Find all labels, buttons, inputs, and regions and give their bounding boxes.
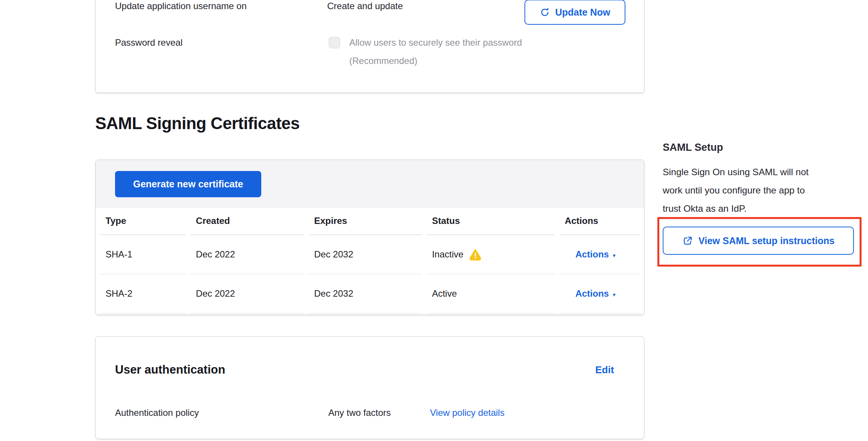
cell-actions: Actions ▾ xyxy=(559,235,640,274)
column-header-actions: Actions xyxy=(559,207,640,235)
view-policy-details-link[interactable]: View policy details xyxy=(430,407,505,419)
description-line: Single Sign On using SAML will not xyxy=(663,163,857,181)
column-header-status: Status xyxy=(427,207,555,235)
chevron-down-icon: ▾ xyxy=(613,292,616,297)
cell-expires: Dec 2032 xyxy=(309,274,422,313)
saml-setup-heading: SAML Setup xyxy=(663,142,723,153)
column-header-created: Created xyxy=(190,207,304,235)
view-saml-setup-label: View SAML setup instructions xyxy=(699,235,834,246)
table-row-sha2: SHA-2 Dec 2022 Dec 2032 Active Actions ▾ xyxy=(100,274,640,313)
authentication-policy-label: Authentication policy xyxy=(115,407,199,419)
refresh-icon xyxy=(540,7,550,18)
warning-icon xyxy=(469,249,482,260)
cell-created: Dec 2022 xyxy=(190,274,304,313)
external-link-icon xyxy=(682,235,693,246)
actions-dropdown-sha1[interactable]: Actions ▾ xyxy=(575,249,616,260)
cell-type: SHA-1 xyxy=(100,235,186,274)
authentication-policy-value: Any two factors xyxy=(328,407,391,419)
password-reveal-help-line2: (Recommended) xyxy=(349,55,417,67)
certificates-table: Type Created Expires Status Actions SHA-… xyxy=(96,207,645,313)
column-header-type: Type xyxy=(100,207,186,235)
saml-signing-certificates-heading: SAML Signing Certificates xyxy=(95,113,300,133)
cell-actions: Actions ▾ xyxy=(559,274,640,313)
generate-new-certificate-button[interactable]: Generate new certificate xyxy=(115,171,261,197)
certificates-table-header-row: Type Created Expires Status Actions xyxy=(100,207,640,235)
cell-status: Active xyxy=(427,274,555,313)
user-authentication-heading: User authentication xyxy=(115,362,225,378)
table-row-sha1: SHA-1 Dec 2022 Dec 2032 Inactive xyxy=(100,235,640,274)
password-reveal-help-line1: Allow users to securely see their passwo… xyxy=(349,37,522,48)
update-now-label: Update Now xyxy=(555,7,610,18)
description-line: work until you configure the app to xyxy=(663,181,857,200)
password-reveal-label: Password reveal xyxy=(115,37,182,48)
status-text: Active xyxy=(432,288,457,299)
password-reveal-checkbox[interactable] xyxy=(329,37,340,48)
edit-link[interactable]: Edit xyxy=(595,364,614,375)
cell-created: Dec 2022 xyxy=(190,235,304,274)
chevron-down-icon: ▾ xyxy=(613,252,616,258)
status-text: Inactive xyxy=(432,249,464,260)
column-header-expires: Expires xyxy=(309,207,422,235)
user-authentication-card: User authentication Edit Authentication … xyxy=(95,336,644,439)
certificates-card: Generate new certificate Type Created Ex… xyxy=(95,160,644,315)
update-username-value: Create and update xyxy=(327,0,403,12)
actions-dropdown-sha2[interactable]: Actions ▾ xyxy=(575,288,616,299)
update-now-button[interactable]: Update Now xyxy=(524,0,625,25)
view-saml-setup-instructions-button[interactable]: View SAML setup instructions xyxy=(663,227,854,255)
cell-expires: Dec 2032 xyxy=(309,235,422,274)
description-line: trust Okta as an IdP. xyxy=(663,200,857,218)
actions-label: Actions xyxy=(575,249,609,260)
update-username-label: Update application username on xyxy=(115,0,247,12)
saml-setup-description: Single Sign On using SAML will not work … xyxy=(663,163,857,218)
cell-type: SHA-2 xyxy=(100,274,186,313)
page: Update application username on Create an… xyxy=(0,0,868,441)
sign-on-settings-card: Update application username on Create an… xyxy=(95,0,644,93)
actions-label: Actions xyxy=(575,288,609,299)
cell-status: Inactive xyxy=(427,235,555,274)
